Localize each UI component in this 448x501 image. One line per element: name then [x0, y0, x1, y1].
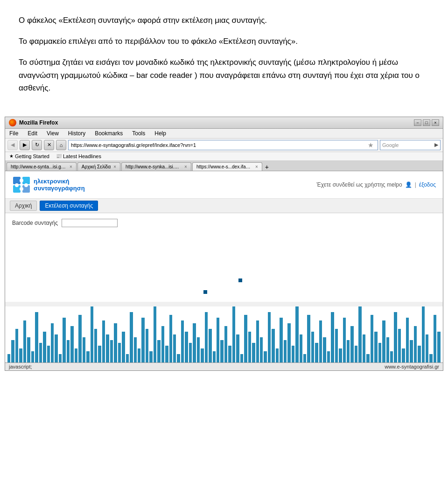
bar-segment: [339, 348, 342, 362]
bookmarks-bar: ★ Getting Started 📰 Latest Headlines: [5, 152, 443, 161]
tab-1-close[interactable]: ×: [70, 164, 72, 169]
bar-segment: [224, 326, 227, 362]
tab-3-close[interactable]: ×: [184, 164, 187, 169]
tab-4-close[interactable]: ×: [255, 164, 258, 169]
site-header: ηλεκτρονική συνταγογράφηση Έχετε συνδεθε…: [5, 171, 443, 199]
bookmark-star[interactable]: ★: [368, 141, 374, 149]
bar-segment: [252, 343, 255, 362]
bar-segment: [86, 351, 89, 362]
bar-segment: [177, 354, 180, 362]
menu-bar: File Edit View History Bookmarks Tools H…: [5, 129, 443, 139]
bar-segment: [390, 351, 393, 362]
bar-segment: [165, 346, 168, 362]
tab-2-close[interactable]: ×: [113, 164, 116, 169]
bar-segment: [161, 326, 164, 362]
bookmark-news-icon: 📰: [56, 153, 62, 159]
bar-segment: [154, 306, 156, 362]
maximize-button[interactable]: □: [423, 119, 430, 126]
bar-segment: [94, 329, 97, 362]
bar-chart-area: [5, 306, 443, 362]
logo-line2: συνταγογράφηση: [34, 185, 85, 192]
bar-segment: [78, 315, 81, 362]
bar-segment: [300, 334, 302, 362]
bar-segment: [106, 334, 109, 362]
status-left: javascript;: [9, 364, 32, 369]
bar-segment: [213, 351, 216, 362]
bar-segment: [122, 332, 125, 362]
bar-segment: [331, 312, 334, 362]
title-bar-left: Mozilla Firefox: [9, 119, 58, 126]
bar-segment: [366, 354, 369, 362]
logo-text: ηλεκτρονική συνταγογράφηση: [34, 178, 85, 192]
bookmark-getting-started[interactable]: ★ Getting Started: [8, 153, 51, 160]
bar-segment: [146, 329, 148, 362]
bar-segment: [31, 351, 34, 362]
menu-tools[interactable]: Tools: [131, 130, 147, 137]
logo-puzzle-icon: [12, 176, 31, 194]
menu-help[interactable]: Help: [153, 130, 168, 137]
back-button[interactable]: ◀: [7, 140, 18, 150]
paragraph-3: Το σύστημα ζητάει να εισάγει τον μοναδικ…: [19, 56, 429, 94]
bar-segment: [260, 337, 263, 362]
reload-button[interactable]: ↻: [32, 140, 42, 150]
bar-segment: [374, 332, 377, 362]
bookmark-latest-headlines[interactable]: 📰 Latest Headlines: [55, 153, 103, 160]
bar-segment: [244, 315, 247, 362]
bar-segment: [327, 351, 330, 362]
barcode-label: Barcode συνταγής: [12, 220, 58, 226]
address-bar[interactable]: https://www.e-syntagografisi.gr/epref/In…: [68, 140, 378, 150]
bar-segment: [55, 334, 57, 362]
menu-file[interactable]: File: [8, 130, 20, 137]
svg-point-7: [24, 183, 28, 187]
browser-window: Mozilla Firefox − □ × File Edit View His…: [5, 117, 443, 371]
tab-4-active[interactable]: https://www.e-s...dex.iface?rvn=1 ×: [192, 162, 262, 171]
menu-bookmarks[interactable]: Bookmarks: [93, 130, 124, 137]
barcode-row: Barcode συνταγής: [12, 219, 436, 227]
text-content-area: Ο φάκελος «Εκτέλεση συνταγής» αφορά στην…: [0, 0, 448, 112]
bar-segment: [134, 337, 137, 362]
svg-point-5: [15, 183, 19, 187]
barcode-input[interactable]: [62, 219, 118, 227]
form-area: Barcode συνταγής: [5, 213, 443, 237]
site-nav: Αρχική Εκτέλεση συνταγής: [5, 199, 443, 213]
nav-home-link[interactable]: Αρχική: [10, 201, 37, 211]
svg-rect-0: [13, 177, 21, 184]
bar-segment: [47, 346, 50, 362]
stop-button[interactable]: ✕: [44, 140, 54, 150]
bar-segment: [382, 320, 385, 362]
menu-view[interactable]: View: [45, 130, 60, 137]
firefox-icon: [9, 119, 16, 126]
new-tab-button[interactable]: +: [263, 163, 271, 171]
bar-segment: [363, 334, 365, 362]
menu-edit[interactable]: Edit: [26, 130, 39, 137]
tab-2-title: Αρχική Σελίδα: [82, 164, 111, 169]
bar-segment: [347, 340, 350, 362]
logout-link[interactable]: έξοδος: [419, 181, 436, 188]
bar-segment: [228, 346, 231, 362]
title-bar-controls: − □ ×: [414, 119, 439, 126]
bar-segment: [280, 318, 282, 362]
nav-execute-link[interactable]: Εκτέλεση συνταγής: [40, 201, 98, 211]
bar-segment: [23, 320, 26, 362]
home-button[interactable]: ⌂: [56, 140, 66, 150]
bar-segment: [157, 340, 160, 362]
bar-segment: [217, 318, 219, 362]
search-bar[interactable]: Google ▶: [380, 140, 441, 150]
bar-segment: [292, 346, 294, 362]
menu-history[interactable]: History: [67, 130, 87, 137]
minimize-button[interactable]: −: [414, 119, 421, 126]
forward-button[interactable]: ▶: [20, 140, 30, 150]
bar-segment: [67, 340, 70, 362]
close-button[interactable]: ×: [432, 119, 439, 126]
tab-4-title: https://www.e-s...dex.iface?rvn=1: [196, 164, 252, 169]
bar-segment: [110, 340, 113, 362]
tab-3-title: http://www.e-synka...isi.gr/?page_id=63: [126, 164, 182, 169]
search-go-button[interactable]: ▶: [434, 142, 438, 148]
bar-segment: [39, 343, 42, 362]
tab-2[interactable]: Αρχική Σελίδα ×: [77, 162, 120, 171]
tab-1[interactable]: http://www.e-synta...isi.gr/?page_id=63 …: [7, 162, 77, 171]
bar-segment: [256, 320, 259, 362]
tab-3[interactable]: http://www.e-synka...isi.gr/?page_id=63 …: [121, 162, 191, 171]
bar-segment: [248, 332, 251, 362]
bar-segment: [429, 354, 432, 362]
